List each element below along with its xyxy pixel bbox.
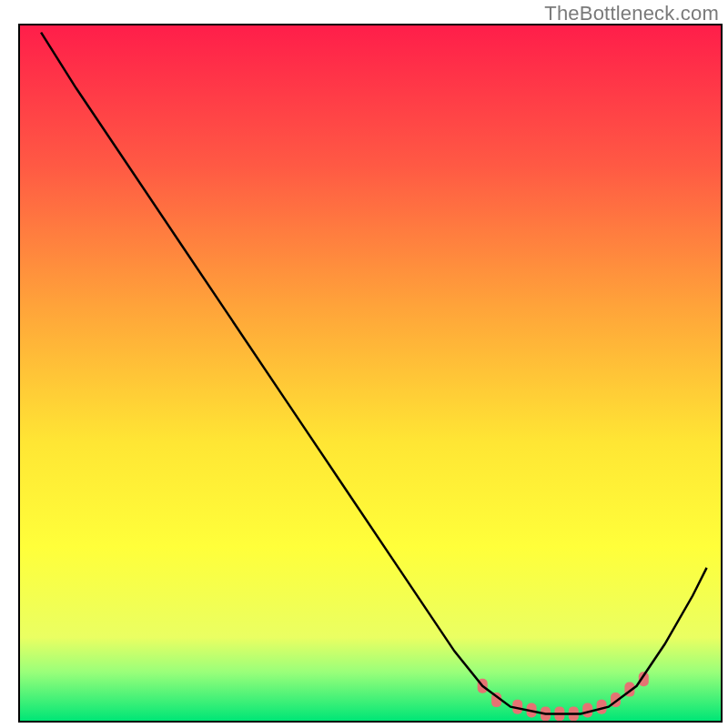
plot-area	[20, 25, 721, 721]
gradient-background	[20, 25, 721, 721]
chart-container: TheBottleneck.com	[0, 0, 728, 728]
bottleneck-chart	[0, 0, 728, 728]
